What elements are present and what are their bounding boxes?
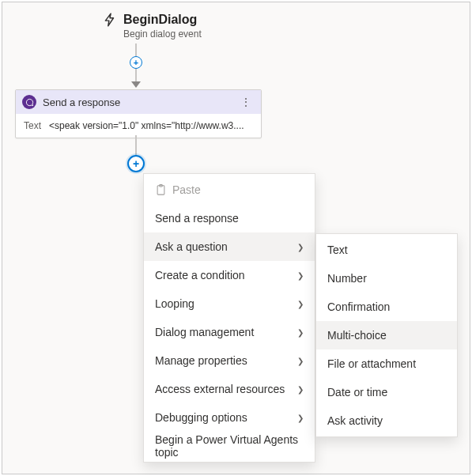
chevron-right-icon: ❯ [297, 385, 304, 394]
action-menu: Paste Send a response Ask a question ❯ C… [143, 173, 315, 463]
node-body: Text <speak version="1.0" xmlns="http://… [16, 114, 261, 138]
submenu-date-time[interactable]: Date or time [316, 378, 457, 406]
menu-item-label: Access external resources [155, 383, 291, 395]
menu-ask-question[interactable]: Ask a question ❯ [144, 232, 315, 261]
chevron-right-icon: ❯ [297, 414, 304, 422]
menu-begin-pva-topic[interactable]: Begin a Power Virtual Agents topic [144, 432, 315, 460]
trigger-title: BeginDialog [123, 12, 202, 28]
more-icon[interactable]: ⋮ [237, 96, 255, 108]
paste-icon [155, 184, 166, 195]
menu-item-label: Manage properties [155, 354, 291, 367]
menu-manage-properties[interactable]: Manage properties ❯ [144, 346, 315, 375]
submenu-text[interactable]: Text [316, 236, 457, 264]
lightning-icon [103, 12, 117, 28]
menu-item-label: Ask a question [155, 240, 291, 253]
menu-debugging[interactable]: Debugging options ❯ [144, 403, 315, 432]
chevron-right-icon: ❯ [297, 271, 304, 280]
submenu-file-attachment[interactable]: File or attachment [316, 349, 457, 378]
menu-send-response[interactable]: Send a response [144, 204, 315, 232]
menu-item-label: File or attachment [327, 357, 446, 370]
chevron-right-icon: ❯ [297, 300, 304, 308]
trigger-node[interactable]: BeginDialog Begin dialog event [103, 12, 202, 40]
menu-access-external[interactable]: Access external resources ❯ [144, 375, 315, 403]
chevron-right-icon: ❯ [297, 243, 304, 251]
submenu-multi-choice[interactable]: Multi-choice [316, 321, 457, 349]
node-header: Send a response ⋮ [16, 90, 261, 114]
add-node-button[interactable]: + [130, 56, 142, 69]
menu-looping[interactable]: Looping ❯ [144, 289, 315, 318]
menu-item-label: Debugging options [155, 411, 291, 424]
send-response-node[interactable]: Send a response ⋮ Text <speak version="1… [15, 89, 262, 138]
menu-item-label: Ask activity [327, 414, 446, 427]
field-value: <speak version="1.0" xmlns="http://www.w… [49, 120, 253, 131]
trigger-text: BeginDialog Begin dialog event [123, 12, 202, 40]
node-title: Send a response [43, 96, 231, 108]
menu-item-label: Paste [172, 183, 304, 196]
add-node-button-active[interactable]: + [127, 155, 145, 172]
chevron-right-icon: ❯ [297, 328, 304, 337]
menu-dialog-management[interactable]: Dialog management ❯ [144, 318, 315, 346]
menu-item-label: Begin a Power Virtual Agents topic [155, 433, 304, 459]
menu-item-label: Date or time [327, 386, 446, 399]
arrow-down-icon [131, 81, 141, 88]
menu-item-label: Text [327, 244, 446, 256]
menu-create-condition[interactable]: Create a condition ❯ [144, 261, 315, 289]
field-label: Text [24, 120, 41, 131]
question-submenu: Text Number Confirmation Multi-choice Fi… [315, 233, 458, 437]
menu-item-label: Dialog management [155, 326, 291, 338]
menu-item-label: Send a response [155, 212, 304, 225]
trigger-subtitle: Begin dialog event [123, 28, 202, 40]
submenu-confirmation[interactable]: Confirmation [316, 293, 457, 321]
menu-item-label: Looping [155, 297, 291, 310]
menu-item-label: Create a condition [155, 269, 291, 281]
submenu-ask-activity[interactable]: Ask activity [316, 406, 457, 435]
menu-item-label: Number [327, 272, 446, 285]
dialog-canvas: BeginDialog Begin dialog event + Send a … [2, 2, 470, 474]
connector-line [135, 135, 137, 157]
chat-icon [22, 95, 36, 109]
submenu-number[interactable]: Number [316, 264, 457, 293]
chevron-right-icon: ❯ [297, 357, 304, 365]
menu-paste: Paste [144, 176, 315, 204]
menu-item-label: Multi-choice [327, 329, 446, 342]
menu-item-label: Confirmation [327, 300, 446, 313]
